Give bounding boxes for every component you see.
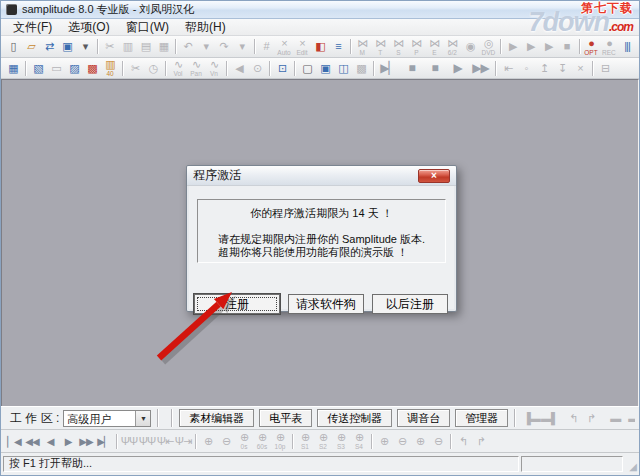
forward-icon[interactable]: ▶ [59, 432, 77, 451]
visualization-icon[interactable]: ▣ [316, 59, 334, 78]
zoom-redo-icon[interactable]: ↱ [472, 432, 490, 451]
new-project-icon[interactable]: ▯ [4, 37, 22, 56]
snap-toggle-icon[interactable]: # [257, 37, 275, 56]
zoom-10p-icon[interactable]: ⊕10p [271, 432, 289, 451]
cut-object-icon[interactable]: ✂ [126, 59, 144, 78]
request-dongle-button[interactable]: 请求软件狗 [288, 294, 364, 314]
mixer-window-icon[interactable]: ||| [618, 37, 636, 56]
crossfade-e-icon[interactable]: ⋈E [425, 37, 443, 56]
crossfade-s-icon[interactable]: ⋈S [389, 37, 407, 56]
dvd-export-icon[interactable]: ◎DVD [479, 37, 497, 56]
auto-crossfade-icon[interactable]: ×Auto [275, 37, 293, 56]
workspace-combobox-value[interactable]: 高级用户 [64, 411, 135, 426]
track-editor-icon[interactable]: ≡ [329, 37, 347, 56]
material-editor-button[interactable]: 素材编辑器 [179, 409, 254, 427]
rewind-fast-icon[interactable]: ◀◀ [23, 432, 41, 451]
stop-playback-icon[interactable]: ■ [558, 37, 576, 56]
transport-control-button[interactable]: 传送控制器 [317, 409, 392, 427]
redo-menu-arrow-icon[interactable]: ▾ [233, 37, 251, 56]
cut-icon[interactable]: ✂ [100, 37, 118, 56]
record-options-icon[interactable]: ●OPT [582, 37, 600, 56]
menu-file[interactable]: 文件(F) [5, 18, 60, 37]
fold-left-icon[interactable]: ↰ [564, 409, 582, 428]
play-to-start-icon[interactable]: ▶▏ [377, 59, 400, 78]
object-group-icon[interactable]: ⊟ [596, 59, 614, 78]
object-editor-icon[interactable]: ◧ [311, 37, 329, 56]
forward-fast-icon[interactable]: ▶▶ [77, 432, 95, 451]
zoom-out-icon[interactable]: ⊖ [217, 432, 235, 451]
zoom-0s-icon[interactable]: ⊕0s [235, 432, 253, 451]
zoom-object-icon[interactable]: ⊕ [375, 432, 393, 451]
video-window-icon[interactable]: ▢ [298, 59, 316, 78]
zoom-undo-icon[interactable]: ↰ [454, 432, 472, 451]
play-once-icon[interactable]: ▶ [504, 37, 522, 56]
crossfade-p-icon[interactable]: ⋈P [407, 37, 425, 56]
zoom-snapshot-2-icon[interactable]: ⊕S2 [314, 432, 332, 451]
play-icon[interactable]: ▶ [446, 59, 469, 78]
monitor-lock-icon[interactable]: ⊡ [273, 59, 291, 78]
menu-window[interactable]: 窗口(W) [118, 18, 177, 37]
mouse-mode-curve-icon[interactable]: ▨ [65, 59, 83, 78]
wave-marker-left-icon[interactable]: Ψ⇤ [156, 432, 174, 451]
crossfade-m-icon[interactable]: ⋈M [353, 37, 371, 56]
copy-icon[interactable]: ▥ [118, 37, 136, 56]
range-block-1-icon[interactable]: ▬ [606, 409, 624, 428]
undo-menu-arrow-icon[interactable]: ▾ [197, 37, 215, 56]
zoom-range-icon[interactable]: ⊖ [393, 432, 411, 451]
play-loop-icon[interactable]: ▶ [522, 37, 540, 56]
combo-arrow-icon[interactable]: ▼ [135, 411, 150, 426]
wave-curve-icon[interactable]: ∿Vn [205, 59, 223, 78]
menu-options[interactable]: 选项(O) [60, 18, 117, 37]
volume-curve-icon[interactable]: ∿Vol [169, 59, 187, 78]
zoom-previous-icon[interactable]: ⊖ [429, 432, 447, 451]
wave-view-2-icon[interactable]: ΨΨ [138, 432, 156, 451]
play-range-icon[interactable]: ▶ [540, 37, 558, 56]
save-icon[interactable]: ▣ [58, 37, 76, 56]
dialog-close-button[interactable]: × [418, 169, 450, 183]
wave-view-1-icon[interactable]: ΨΨ [120, 432, 138, 451]
paste-icon[interactable]: ▤ [136, 37, 154, 56]
workspace-combobox[interactable]: 高级用户 ▼ [63, 410, 151, 427]
crossfade-62-icon[interactable]: ⋈6/2 [443, 37, 461, 56]
goto-start-icon[interactable]: ▏◀ [5, 432, 23, 451]
pan-curve-icon[interactable]: ∿Pan [187, 59, 205, 78]
speaker-icon[interactable]: ◀ [230, 59, 248, 78]
wave-marker-right-icon[interactable]: Ψ⇥ [174, 432, 192, 451]
zoom-snapshot-3-icon[interactable]: ⊕S3 [332, 432, 350, 451]
fast-forward-icon[interactable]: ▶▶ [469, 59, 492, 78]
undo-icon[interactable]: ↶ [179, 37, 197, 56]
scrub-magnifier-icon[interactable]: ⊙ [248, 59, 266, 78]
paste-special-icon[interactable]: ▦ [154, 37, 172, 56]
mouse-mode-universal-icon[interactable]: ▦ [4, 59, 22, 78]
resize-grip-icon[interactable]: ◢ [629, 462, 637, 472]
stop-icon[interactable]: ■ [400, 59, 423, 78]
menu-help[interactable]: 帮助(H) [177, 18, 234, 37]
marker-delete-icon[interactable]: × [571, 59, 589, 78]
dual-monitor-icon[interactable]: ◫ [334, 59, 352, 78]
zoom-all-icon[interactable]: ⊕ [411, 432, 429, 451]
range-to-start-icon[interactable]: ▐▬ [522, 409, 540, 428]
range-to-end-icon[interactable]: ▬▌ [540, 409, 558, 428]
fold-right-icon[interactable]: ↱ [582, 409, 600, 428]
marker-up-icon[interactable]: ↥ [535, 59, 553, 78]
rewind-icon[interactable]: ◀ [41, 432, 59, 451]
register-later-button[interactable]: 以后注册 [372, 294, 448, 314]
import-audio-icon[interactable]: ⇄ [40, 37, 58, 56]
stop-at-position-icon[interactable]: ■ [423, 59, 446, 78]
save-menu-arrow-icon[interactable]: ▾ [76, 37, 94, 56]
marker-set-icon[interactable]: ⇤ [499, 59, 517, 78]
record-icon[interactable]: ●REC [600, 37, 618, 56]
open-project-icon[interactable]: ▱ [22, 37, 40, 56]
goto-end-icon[interactable]: ▶▏ [95, 432, 113, 451]
mouse-mode-object-icon[interactable]: ▭ [47, 59, 65, 78]
mouse-mode-range-icon[interactable]: ▧ [29, 59, 47, 78]
range-block-2-icon[interactable]: ▬ [624, 409, 635, 428]
register-button[interactable]: 注册 [194, 294, 280, 314]
edit-crossfade-icon[interactable]: ×Edit [293, 37, 311, 56]
level-meter-button[interactable]: 电平表 [259, 409, 312, 427]
time-display-icon[interactable]: ◷ [144, 59, 162, 78]
zoom-60s-icon[interactable]: ⊕60s [253, 432, 271, 451]
mouse-mode-cut-icon[interactable]: ▩ [83, 59, 101, 78]
zoom-snapshot-4-icon[interactable]: ⊕S4 [350, 432, 368, 451]
grid-view-icon[interactable]: ▩ [352, 59, 370, 78]
